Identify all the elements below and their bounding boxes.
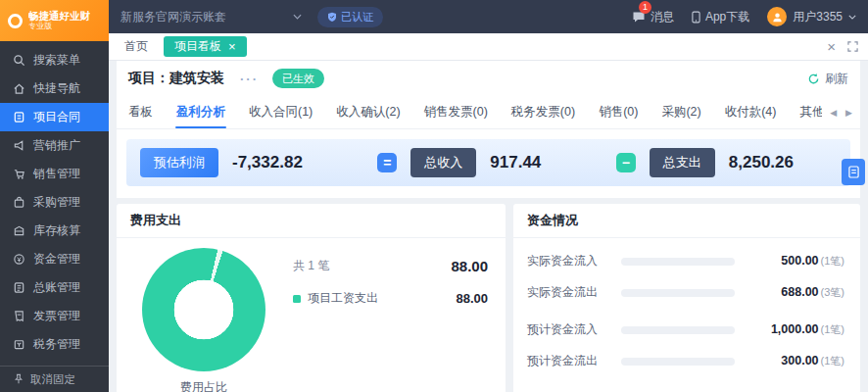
messages-button[interactable]: 1 消息 [632,9,674,25]
invoice-icon [13,310,25,322]
tab-sales[interactable]: 销售(0) [587,96,650,128]
sidebar-item-label: 项目合同 [33,109,80,125]
sidebar-item-invoice-mgmt[interactable]: 发票管理 [0,302,109,330]
tab-purchase[interactable]: 采购(2) [650,96,712,128]
shield-icon [327,12,337,23]
sales-icon [13,168,25,180]
money-icon [13,253,25,266]
tab-scroll-arrows: ◀ ▶ [822,96,860,128]
more-options-button[interactable]: ··· [240,72,259,86]
fund-row-actual-outflow[interactable]: 实际资金流出 688.00(3笔) [527,284,844,301]
sidebar-item-marketing[interactable]: 营销推广 [0,131,109,160]
sidebar-item-label: 搜索菜单 [33,52,80,69]
sidebar-item-label: 快捷导航 [33,80,80,97]
side-panel-toggle-button[interactable] [842,159,865,185]
sidebar-item-quick-nav[interactable]: 快捷导航 [0,74,109,103]
estimated-profit-button[interactable]: 预估利润 [140,148,218,177]
total-income-button[interactable]: 总收入 [410,148,476,177]
tab-other-inout[interactable]: 其他收支(1) [788,96,822,128]
tab-payments[interactable]: 收付款(4) [713,96,789,128]
pin-icon [13,373,24,385]
sidebar-item-tax-mgmt[interactable]: 税务管理 [0,330,109,359]
total-expense-value: 8,250.26 [729,153,794,172]
megaphone-icon [13,139,25,152]
profit-group: 预估利润 -7,332.82 [140,148,303,177]
tab-income-confirm[interactable]: 收入确认(2) [324,96,411,128]
verified-label: 已认证 [341,10,373,24]
fund-row-expected-outflow[interactable]: 预计资金流出 300.00(1笔) [527,353,844,369]
fund-row-label: 预计资金流入 [527,321,609,338]
expense-legend: 共 1 笔 88.00 项目工资支出 88.00 [293,248,488,371]
sidebar-item-label: 营销推广 [33,137,80,154]
expense-legend-item[interactable]: 项目工资支出 88.00 [293,290,488,307]
expense-chart-caption: 费用占比 [142,379,265,392]
user-menu[interactable]: 用户3355 [767,7,856,26]
sidebar-item-ledger[interactable]: 总账管理 [0,273,109,302]
sidebar-item-inventory[interactable]: 库存核算 [0,217,109,245]
legend-swatch [293,295,301,303]
fund-row-expected-inflow[interactable]: 预计资金流入 1,000.00(1笔) [527,321,844,338]
messages-label: 消息 [651,9,674,25]
expand-icon[interactable] [847,41,858,52]
sidebar-item-purchase-mgmt[interactable]: 采购管理 [0,188,109,217]
estimated-profit-value: -7,332.82 [232,153,303,172]
sidebar-item-fund-mgmt[interactable]: 资金管理 [0,245,109,273]
ledger-icon [13,281,25,294]
sidebar-item-label: 采购管理 [33,194,80,211]
tabstrip-actions: × [827,38,858,55]
expense-panel-title: 费用支出 [117,204,506,238]
refresh-icon [807,73,820,85]
message-count-badge: 1 [639,1,651,14]
sidebar-item-label: 资金管理 [33,251,80,268]
sidebar-menu: 搜索菜单 快捷导航 项目合同 营销推广 销售管理 采购管理 [0,41,109,366]
expense-donut-chart[interactable] [142,248,265,371]
person-icon [771,11,784,24]
tax-icon [13,338,25,351]
dashboard-panels: 费用支出 共 1 笔 88.00 项目工资支出 8 [117,204,860,392]
summary-section: 预估利润 -7,332.82 = 总收入 917.44 − 总支出 8,250.… [117,129,860,198]
account-selector[interactable]: 新服务官网演示账套 [121,9,302,25]
scroll-left-icon[interactable]: ◀ [830,108,837,118]
tab-sales-invoice[interactable]: 销售发票(0) [412,96,500,128]
sidebar-item-project-contract[interactable]: 项目合同 [0,103,109,131]
phone-icon [692,11,700,24]
app-download-button[interactable]: App下载 [692,9,749,25]
user-name: 用户3355 [793,9,843,25]
verified-badge[interactable]: 已认证 [317,7,383,27]
close-all-icon[interactable]: × [827,38,836,55]
sidebar-item-sales-mgmt[interactable]: 销售管理 [0,160,109,188]
sidebar-item-label: 总账管理 [33,279,80,296]
sidebar-item-label: 销售管理 [33,166,80,182]
summary-band: 预估利润 -7,332.82 = 总收入 917.44 − 总支出 8,250.… [126,139,850,186]
fund-row-count: (3笔) [821,286,844,298]
equals-icon: = [377,153,397,172]
inventory-icon [13,224,25,237]
fund-row-label: 实际资金流出 [527,284,609,301]
expense-total-value: 88.00 [451,258,488,274]
tab-tax-invoice[interactable]: 税务发票(0) [500,96,587,128]
refresh-button[interactable]: 刷新 [807,71,848,87]
fund-bar-track [621,326,735,334]
fund-row-actual-inflow[interactable]: 实际资金流入 500.00(1笔) [527,253,844,270]
tab-income-contract[interactable]: 收入合同(1) [237,96,324,128]
refresh-label: 刷新 [825,71,848,87]
topbar-right: 1 消息 App下载 用户3355 [632,7,856,26]
sidebar-unpin-button[interactable]: 取消固定 [0,366,109,392]
legend-item-value: 88.00 [456,291,488,306]
total-income-value: 917.44 [490,153,541,172]
tab-board[interactable]: 看板 [117,96,165,128]
total-expense-button[interactable]: 总支出 [650,148,715,177]
brand-logo-icon [8,14,23,28]
tab-profit-analysis[interactable]: 盈利分析 [165,96,237,128]
fund-row-value: 500.00(1笔) [747,254,844,269]
sidebar-item-label: 税务管理 [33,336,80,353]
fund-bar-track [621,258,735,266]
chevron-down-icon [293,14,302,20]
fund-row-count: (1笔) [821,255,844,267]
tab-home[interactable]: 首页 [124,38,148,55]
scroll-right-icon[interactable]: ▶ [845,108,852,118]
tab-close-icon[interactable]: × [228,40,236,53]
tab-project-board[interactable]: 项目看板 × [164,36,247,57]
account-name: 新服务官网演示账套 [121,9,226,25]
sidebar-item-search-menu[interactable]: 搜索菜单 [0,46,109,74]
